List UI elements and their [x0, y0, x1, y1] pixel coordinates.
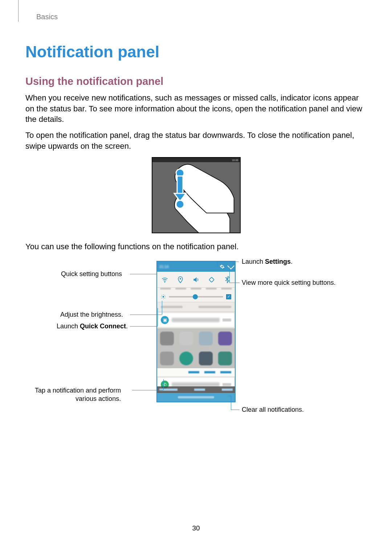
panel-header: 21:14 — [157, 262, 235, 272]
settings-gear-icon — [220, 264, 225, 269]
svg-point-3 — [176, 200, 184, 208]
svg-line-13 — [165, 298, 165, 298]
figure-swipe-down: 10:00 — [152, 157, 241, 233]
wifi-icon — [160, 275, 170, 284]
svg-point-4 — [164, 282, 166, 283]
lead-clear-hook — [228, 396, 231, 396]
quick-settings-labels — [157, 288, 235, 291]
panel-footer — [157, 393, 235, 402]
svg-line-14 — [162, 298, 162, 298]
paragraph-3: You can use the following functions on t… — [25, 241, 367, 252]
lead-bright-v — [162, 301, 162, 315]
lead-set — [217, 262, 239, 262]
lead-set-v — [217, 262, 217, 267]
page-title: Notification panel — [25, 43, 367, 61]
callout-view-more: View more quick setting buttons. — [242, 279, 336, 287]
notification-actions — [157, 368, 235, 376]
lead-qs — [130, 274, 157, 274]
callout-clear: Clear all notifications. — [242, 406, 304, 414]
sound-icon — [191, 275, 201, 284]
panel-time-blur: 21:14 — [159, 265, 169, 269]
lead-qs-v — [157, 274, 157, 284]
section-subtitle: Using the notification panel — [25, 75, 367, 87]
lead-clear — [231, 410, 240, 410]
lead-tap-v — [163, 379, 164, 390]
auto-brightness-check: ✓ — [226, 294, 231, 299]
breadcrumb: Basics — [36, 13, 367, 21]
brightness-slider — [169, 296, 223, 297]
homescreen-bg-row2 — [157, 348, 235, 368]
svg-point-5 — [180, 278, 181, 279]
expand-chevron-icon — [227, 262, 234, 270]
device-mock: 21:14 ✓ ▣ — [156, 261, 236, 402]
svg-line-12 — [162, 295, 162, 295]
quick-settings-row — [157, 272, 235, 288]
svg-rect-1 — [177, 176, 183, 194]
svg-line-15 — [165, 295, 165, 295]
svg-rect-6 — [209, 277, 214, 282]
svg-point-7 — [163, 296, 164, 297]
lead-qc — [130, 326, 158, 327]
lead-clear-v — [231, 396, 231, 410]
diagram-notification-panel: 21:14 ✓ ▣ — [29, 257, 363, 431]
lead-more — [229, 283, 240, 283]
lead-qc-v — [158, 308, 158, 326]
lead-tap — [132, 390, 163, 390]
brightness-icon — [161, 294, 166, 299]
swipe-arrow-icon — [173, 168, 187, 212]
bottom-action-bar — [157, 386, 235, 393]
brightness-row: ✓ — [157, 291, 235, 302]
callout-brightness: Adjust the brightness. — [60, 311, 123, 319]
header-rule — [18, 0, 19, 22]
lead-more-v — [229, 267, 230, 283]
callout-quick-setting-buttons: Quick setting buttons — [61, 270, 122, 278]
homescreen-bg-row1 — [157, 328, 235, 348]
paragraph-1: When you receive new notifications, such… — [25, 93, 367, 125]
paragraph-2: To open the notification panel, drag the… — [25, 130, 367, 151]
callout-tap-notification: Tap a notification and performvarious ac… — [35, 386, 121, 403]
callout-quick-connect: Launch Quick Connect. — [57, 323, 128, 330]
capture-icon: ▣ — [161, 316, 169, 324]
callout-settings: Launch Settings. — [242, 258, 293, 266]
quick-connect-row — [157, 302, 235, 312]
lead-bright — [130, 315, 162, 315]
location-icon — [176, 275, 185, 284]
page-number: 30 — [0, 524, 392, 532]
rotation-icon — [207, 275, 216, 284]
notification-card-1: ▣ — [158, 313, 234, 327]
